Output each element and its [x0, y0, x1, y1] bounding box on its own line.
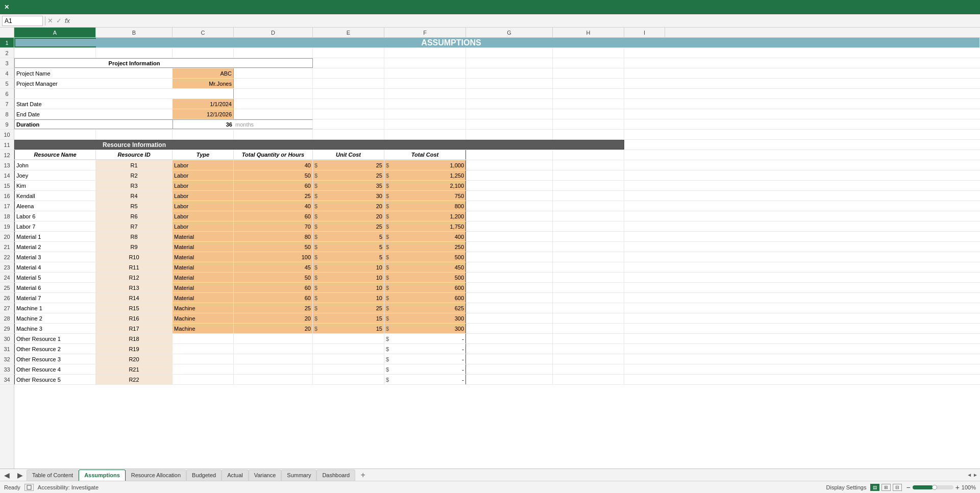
- row-num-30[interactable]: 30: [0, 334, 14, 344]
- cell-g-28[interactable]: [466, 313, 553, 323]
- cell-h-21[interactable]: [553, 242, 624, 252]
- cell-h1[interactable]: [909, 38, 980, 47]
- cell-c5-proj-mgr-val[interactable]: Mr.Jones: [173, 79, 234, 88]
- row-num-29[interactable]: 29: [0, 324, 14, 334]
- cell-dollar1-32[interactable]: [313, 354, 384, 364]
- row-num-28[interactable]: 28: [0, 313, 14, 324]
- cell-b1[interactable]: [96, 38, 173, 47]
- row-num-19[interactable]: 19: [0, 221, 14, 232]
- cell-dollar1-16[interactable]: $30: [313, 191, 384, 201]
- cell-type-23[interactable]: Material: [173, 262, 234, 272]
- cell-dollar1-33[interactable]: [313, 364, 384, 374]
- cell-c8-end-val[interactable]: 12/1/2026: [173, 109, 234, 119]
- cell-c3[interactable]: [173, 58, 234, 68]
- cell-g-14[interactable]: [466, 170, 553, 180]
- cell-type-14[interactable]: Labor: [173, 170, 234, 180]
- zoom-slider[interactable]: [913, 485, 953, 489]
- cell-g-27[interactable]: [466, 303, 553, 313]
- cell-h11[interactable]: [553, 140, 624, 150]
- cell-e2[interactable]: [313, 48, 384, 58]
- cell-h2[interactable]: [553, 48, 624, 58]
- cell-total-20[interactable]: $400: [384, 232, 466, 241]
- row-num-14[interactable]: 14: [0, 170, 14, 181]
- cell-c4-proj-name-val[interactable]: ABC: [173, 68, 234, 78]
- cell-total-30[interactable]: $-: [384, 334, 466, 343]
- cell-name-33[interactable]: Other Resource 4: [14, 364, 96, 374]
- cell-id-21[interactable]: R9: [96, 242, 173, 252]
- cell-g-23[interactable]: [466, 262, 553, 272]
- cell-qty-20[interactable]: 80: [234, 232, 313, 241]
- cell-qty-16[interactable]: 25: [234, 191, 313, 201]
- cell-d6[interactable]: [234, 89, 313, 98]
- cell-a11[interactable]: [14, 140, 96, 150]
- cell-g3[interactable]: [466, 58, 553, 68]
- cell-total-31[interactable]: $-: [384, 344, 466, 354]
- cell-id-33[interactable]: R21: [96, 364, 173, 374]
- col-header-e[interactable]: E: [313, 28, 384, 37]
- cell-e6[interactable]: [313, 89, 384, 98]
- cell-h5[interactable]: [553, 79, 624, 88]
- tab-scroll-left[interactable]: ◀: [0, 471, 13, 479]
- sheet-tab-summary[interactable]: Summary: [281, 470, 316, 481]
- cell-id-13[interactable]: R1: [96, 160, 173, 170]
- row-num-16[interactable]: 16: [0, 191, 14, 201]
- cell-dollar1-24[interactable]: $10: [313, 273, 384, 282]
- cell-e4[interactable]: [313, 68, 384, 78]
- col-header-f[interactable]: F: [384, 28, 466, 37]
- cell-d3[interactable]: [234, 58, 313, 68]
- cell-g-31[interactable]: [466, 344, 553, 354]
- cell-g11[interactable]: [466, 140, 553, 150]
- cell-g-16[interactable]: [466, 191, 553, 201]
- cell-total-18[interactable]: $1,200: [384, 211, 466, 221]
- cell-h-22[interactable]: [553, 252, 624, 262]
- cell-h12[interactable]: [553, 150, 624, 160]
- cell-a3[interactable]: [14, 58, 96, 68]
- cell-name-32[interactable]: Other Resource 3: [14, 354, 96, 364]
- cell-h-33[interactable]: [553, 364, 624, 374]
- row-num-25[interactable]: 25: [0, 283, 14, 293]
- cell-dollar1-28[interactable]: $15: [313, 313, 384, 323]
- cell-name-28[interactable]: Machine 2: [14, 313, 96, 323]
- cell-d7[interactable]: [234, 99, 313, 109]
- cell-id-15[interactable]: R3: [96, 181, 173, 190]
- cell-g-20[interactable]: [466, 232, 553, 241]
- cell-name-22[interactable]: Material 3: [14, 252, 96, 262]
- cell-dollar1-25[interactable]: $10: [313, 283, 384, 292]
- cell-g10[interactable]: [466, 130, 553, 139]
- cell-type-19[interactable]: Labor: [173, 221, 234, 231]
- cell-qty-22[interactable]: 100: [234, 252, 313, 262]
- cell-id-25[interactable]: R13: [96, 283, 173, 292]
- cell-g-24[interactable]: [466, 273, 553, 282]
- cell-id-14[interactable]: R2: [96, 170, 173, 180]
- cell-reference-box[interactable]: A1: [2, 16, 43, 26]
- cell-total-16[interactable]: $750: [384, 191, 466, 201]
- cell-qty-27[interactable]: 25: [234, 303, 313, 313]
- cell-h-23[interactable]: [553, 262, 624, 272]
- cell-id-18[interactable]: R6: [96, 211, 173, 221]
- cell-dollar1-20[interactable]: $5: [313, 232, 384, 241]
- cell-name-20[interactable]: Material 1: [14, 232, 96, 241]
- row-num-15[interactable]: 15: [0, 181, 14, 191]
- cell-dollar1-23[interactable]: $10: [313, 262, 384, 272]
- cell-type-26[interactable]: Material: [173, 293, 234, 303]
- cell-c6[interactable]: [173, 89, 234, 98]
- cell-name-31[interactable]: Other Resource 2: [14, 344, 96, 354]
- cell-h-31[interactable]: [553, 344, 624, 354]
- cell-id-27[interactable]: R15: [96, 303, 173, 313]
- cell-qty-19[interactable]: 70: [234, 221, 313, 231]
- cell-name-25[interactable]: Material 6: [14, 283, 96, 292]
- cell-g-34[interactable]: [466, 375, 553, 384]
- cell-d5[interactable]: [234, 79, 313, 88]
- cell-qty-28[interactable]: 20: [234, 313, 313, 323]
- cell-total-33[interactable]: $-: [384, 364, 466, 374]
- cell-e3[interactable]: [313, 58, 384, 68]
- cell-type-31[interactable]: [173, 344, 234, 354]
- cell-h-32[interactable]: [553, 354, 624, 364]
- col-header-h[interactable]: H: [553, 28, 624, 37]
- cell-id-23[interactable]: R11: [96, 262, 173, 272]
- cell-g-13[interactable]: [466, 160, 553, 170]
- row-num-21[interactable]: 21: [0, 242, 14, 252]
- cell-e7[interactable]: [313, 99, 384, 109]
- cell-c7-start-val[interactable]: 1/1/2024: [173, 99, 234, 109]
- col-header-i[interactable]: I: [624, 28, 665, 37]
